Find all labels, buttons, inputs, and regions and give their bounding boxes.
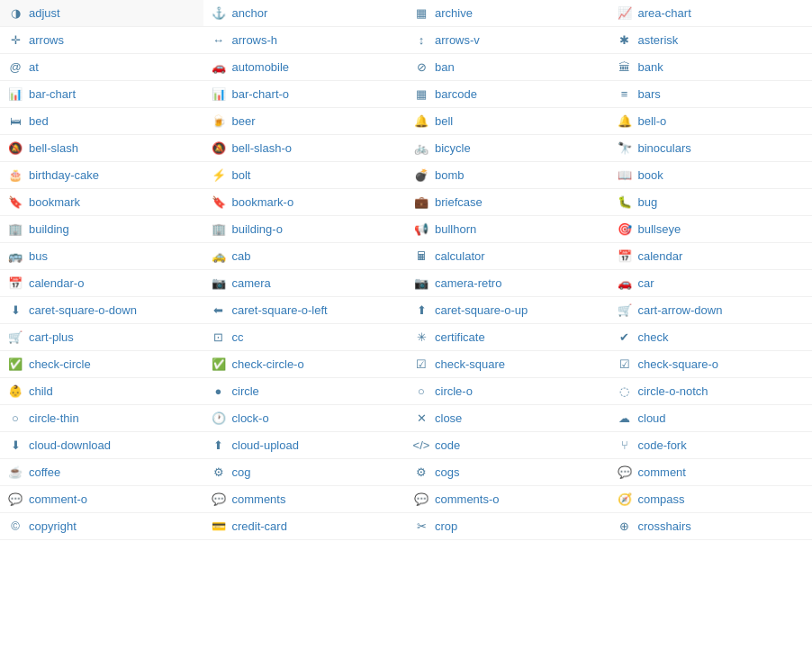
list-item[interactable]: ⊕crosshairs xyxy=(609,513,813,540)
list-item[interactable]: ◌circle-o-notch xyxy=(609,378,813,405)
cog-icon: ⚙ xyxy=(211,465,227,479)
list-item[interactable]: 💳credit-card xyxy=(203,513,407,540)
list-item[interactable]: ▦barcode xyxy=(406,81,609,108)
list-item[interactable]: 🔔bell xyxy=(406,108,609,135)
list-item[interactable]: ☑check-square xyxy=(406,351,609,378)
list-item[interactable]: ◑adjust xyxy=(0,0,203,27)
list-item[interactable]: 🏢building xyxy=(0,216,203,243)
icon-label: cart-arrow-down xyxy=(638,303,723,317)
list-item[interactable]: 🔕bell-slash-o xyxy=(203,135,407,162)
list-item[interactable]: 📖book xyxy=(609,162,813,189)
list-item[interactable]: ○circle-o xyxy=(406,378,609,405)
icon-label: cloud-download xyxy=(29,438,111,452)
list-item[interactable]: ✅check-circle-o xyxy=(203,351,407,378)
icon-label: cab xyxy=(232,249,251,263)
list-item[interactable]: ⬇cloud-download xyxy=(0,432,203,459)
list-item[interactable]: ⚡bolt xyxy=(203,162,407,189)
list-item[interactable]: ⊡cc xyxy=(203,324,407,351)
list-item[interactable]: ☁cloud xyxy=(609,405,813,432)
list-item[interactable]: 🛒cart-arrow-down xyxy=(609,297,813,324)
list-item[interactable]: ⚓anchor xyxy=(203,0,407,27)
list-item[interactable]: 🧭compass xyxy=(609,486,813,513)
list-item[interactable]: 📅calendar xyxy=(609,243,813,270)
list-item[interactable]: 📷camera-retro xyxy=(406,270,609,297)
list-item[interactable]: 🕐clock-o xyxy=(203,405,407,432)
list-item[interactable]: 📊bar-chart xyxy=(0,81,203,108)
list-item[interactable]: 💬comments xyxy=(203,486,407,513)
list-item[interactable]: 🔖bookmark xyxy=(0,189,203,216)
icon-label: bar-chart xyxy=(29,87,76,101)
list-item[interactable]: ©copyright xyxy=(0,513,203,540)
icon-label: bullhorn xyxy=(435,222,476,236)
list-item[interactable]: ✳certificate xyxy=(406,324,609,351)
list-item[interactable]: 👶child xyxy=(0,378,203,405)
list-item[interactable]: 🔔bell-o xyxy=(609,108,813,135)
list-item[interactable]: 📅calendar-o xyxy=(0,270,203,297)
list-item[interactable]: 🚗automobile xyxy=(203,54,407,81)
icon-label: calculator xyxy=(435,249,485,263)
bar-chart-icon: 📊 xyxy=(7,87,23,101)
barcode-icon: ▦ xyxy=(413,87,429,101)
cloud-download-icon: ⬇ xyxy=(7,438,23,452)
list-item[interactable]: ⬆cloud-upload xyxy=(203,432,407,459)
list-item[interactable]: ⚙cogs xyxy=(406,459,609,486)
list-item[interactable]: ✱asterisk xyxy=(609,27,813,54)
list-item[interactable]: ⬆caret-square-o-up xyxy=(406,297,609,324)
list-item[interactable]: </>code xyxy=(406,432,609,459)
list-item[interactable]: 💬comments-o xyxy=(406,486,609,513)
list-item[interactable]: ✂crop xyxy=(406,513,609,540)
list-item[interactable]: 🐛bug xyxy=(609,189,813,216)
list-item[interactable]: 📈area-chart xyxy=(609,0,813,27)
list-item[interactable]: 🏢building-o xyxy=(203,216,407,243)
list-item[interactable]: ✔check xyxy=(609,324,813,351)
list-item[interactable]: ✕close xyxy=(406,405,609,432)
list-item[interactable]: 🎂birthday-cake xyxy=(0,162,203,189)
list-item[interactable]: @at xyxy=(0,54,203,81)
icon-label: arrows-h xyxy=(232,33,278,47)
list-item[interactable]: ⑂code-fork xyxy=(609,432,813,459)
list-item[interactable]: ●circle xyxy=(203,378,407,405)
list-item[interactable]: 📢bullhorn xyxy=(406,216,609,243)
list-item[interactable]: 🚕cab xyxy=(203,243,407,270)
list-item[interactable]: ↕arrows-v xyxy=(406,27,609,54)
check-square-icon: ☑ xyxy=(413,357,429,371)
cart-arrow-down-icon: 🛒 xyxy=(617,303,633,317)
list-item[interactable]: 🔖bookmark-o xyxy=(203,189,407,216)
list-item[interactable]: ⬇caret-square-o-down xyxy=(0,297,203,324)
list-item[interactable]: ≡bars xyxy=(609,81,813,108)
bookmark-icon: 🔖 xyxy=(7,195,23,209)
list-item[interactable]: 🚗car xyxy=(609,270,813,297)
list-item[interactable]: 🛒cart-plus xyxy=(0,324,203,351)
icon-label: compass xyxy=(638,492,685,506)
list-item[interactable]: ○circle-thin xyxy=(0,405,203,432)
list-item[interactable]: 🍺beer xyxy=(203,108,407,135)
list-item[interactable]: 🚌bus xyxy=(0,243,203,270)
list-item[interactable]: ✅check-circle xyxy=(0,351,203,378)
list-item[interactable]: ✛arrows xyxy=(0,27,203,54)
list-item[interactable]: ☑check-square-o xyxy=(609,351,813,378)
list-item[interactable]: ⚙cog xyxy=(203,459,407,486)
list-item[interactable]: 🔭binoculars xyxy=(609,135,813,162)
list-item[interactable]: 🛏bed xyxy=(0,108,203,135)
list-item[interactable]: ⬅caret-square-o-left xyxy=(203,297,407,324)
icon-label: building xyxy=(29,222,69,236)
list-item[interactable]: ☕coffee xyxy=(0,459,203,486)
list-item[interactable]: ↔arrows-h xyxy=(203,27,407,54)
list-item[interactable]: 📊bar-chart-o xyxy=(203,81,407,108)
list-item[interactable]: ⊘ban xyxy=(406,54,609,81)
list-item[interactable]: 💣bomb xyxy=(406,162,609,189)
list-item[interactable]: 💼briefcase xyxy=(406,189,609,216)
calendar-o-icon: 📅 xyxy=(7,276,23,290)
list-item[interactable]: ▦archive xyxy=(406,0,609,27)
list-item[interactable]: 🎯bullseye xyxy=(609,216,813,243)
list-item[interactable]: 🏛bank xyxy=(609,54,813,81)
list-item[interactable]: 💬comment xyxy=(609,459,813,486)
list-item[interactable]: 📷camera xyxy=(203,270,407,297)
icon-label: briefcase xyxy=(435,195,483,209)
list-item[interactable]: 🔕bell-slash xyxy=(0,135,203,162)
list-item[interactable]: 🖩calculator xyxy=(406,243,609,270)
beer-icon: 🍺 xyxy=(211,114,227,128)
list-item[interactable]: 💬comment-o xyxy=(0,486,203,513)
list-item[interactable]: 🚲bicycle xyxy=(406,135,609,162)
bolt-icon: ⚡ xyxy=(211,168,227,182)
